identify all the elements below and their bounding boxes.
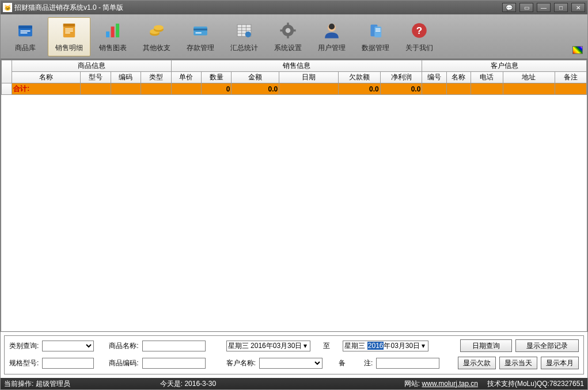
svg-text:?: ?: [416, 25, 422, 36]
toolbar-label: 用户管理: [318, 43, 346, 53]
date-query-button[interactable]: 日期查询: [460, 339, 512, 352]
show-today-button[interactable]: 显示当天: [499, 357, 537, 369]
total-profit: 0.0: [380, 83, 422, 95]
show-month-button[interactable]: 显示本月: [541, 357, 579, 369]
minimize-button[interactable]: —: [537, 3, 551, 12]
svg-rect-2: [21, 30, 31, 32]
category-label: 类别查询:: [9, 341, 39, 351]
svg-rect-28: [287, 22, 289, 25]
today-label: 今天是:: [160, 380, 183, 388]
col-qty[interactable]: 数量: [202, 72, 232, 83]
svg-rect-3: [21, 32, 28, 33]
toolbar-sales-chart[interactable]: 销售图表: [92, 17, 134, 56]
date-to-year: 2016: [367, 342, 384, 350]
toolbar-label: 数据管理: [362, 43, 389, 53]
chevron-down-icon[interactable]: ▾: [302, 342, 309, 350]
box-icon: [14, 20, 37, 41]
model-input[interactable]: [42, 358, 94, 369]
product-name-label: 商品名称:: [109, 341, 138, 351]
col-debt[interactable]: 欠款额: [339, 72, 381, 83]
col-date[interactable]: 日期: [279, 72, 339, 83]
toolbar-about-us[interactable]: ? 关于我们: [398, 17, 441, 56]
main-toolbar: 商品库 销售明细 销售图表 其他收支 存款管理 汇总统计 系统设置 用户管理: [1, 14, 587, 59]
col-addr[interactable]: 地址: [503, 72, 555, 83]
total-amount: 0.0: [232, 83, 279, 95]
row-header-corner: [2, 60, 12, 83]
category-select[interactable]: [42, 341, 94, 351]
total-debt: 0.0: [339, 83, 381, 95]
toolbar-label: 关于我们: [405, 43, 433, 53]
show-debt-button[interactable]: 显示欠款: [458, 357, 496, 369]
titlebar: 🐱 招财猫商品进销存系统v1.0 - 简单版 💬 ▭ — □ ✕: [1, 1, 587, 14]
customer-select[interactable]: [259, 358, 323, 369]
app-icon: 🐱: [3, 3, 12, 12]
toolbar-other-income[interactable]: 其他收支: [135, 17, 178, 56]
date-to-weekday: 星期三: [344, 341, 365, 351]
svg-rect-5: [63, 24, 75, 26]
operator-value: 超级管理员: [36, 380, 70, 388]
col-model[interactable]: 型号: [81, 72, 111, 83]
col-price[interactable]: 单价: [171, 72, 201, 83]
svg-point-33: [329, 24, 335, 29]
tray-icon[interactable]: ▭: [519, 3, 533, 12]
toolbar-summary-stats[interactable]: 汇总统计: [223, 17, 265, 56]
to-label: 至: [323, 341, 330, 351]
product-code-input[interactable]: [142, 358, 206, 369]
svg-rect-29: [287, 36, 289, 39]
toolbar-label: 汇总统计: [230, 43, 258, 53]
date-to-picker[interactable]: 星期三 2016 年03月30日 ▾: [343, 341, 428, 351]
app-window: 🐱 招财猫商品进销存系统v1.0 - 简单版 💬 ▭ — □ ✕ 商品库 销售明…: [0, 0, 588, 390]
toolbar-data-mgmt[interactable]: 数据管理: [354, 17, 397, 56]
col-cust-code[interactable]: 编号: [422, 72, 446, 83]
svg-rect-16: [194, 26, 207, 35]
col-cust-name[interactable]: 名称: [446, 72, 471, 83]
spreadsheet-icon: [233, 20, 256, 41]
query-panel: 类别查询: 商品名称: 星期三 2016 年03月30日 ▾ 至 星期三 201…: [4, 335, 584, 374]
data-grid[interactable]: 商品信息 销售信息 客户信息 名称 型号 编码 类型 单价 数量 金额 日期 欠…: [1, 60, 587, 95]
card-icon: [189, 20, 212, 41]
col-code[interactable]: 编码: [111, 72, 141, 83]
col-amount[interactable]: 金额: [232, 72, 279, 83]
coins-icon: [145, 20, 168, 41]
database-icon: [364, 20, 387, 41]
svg-rect-6: [65, 29, 73, 30]
svg-rect-10: [111, 26, 115, 37]
svg-rect-37: [375, 30, 381, 32]
date-from-suffix: 年03月30日: [266, 341, 302, 351]
svg-rect-1: [18, 26, 32, 29]
svg-rect-8: [65, 32, 70, 33]
feedback-icon[interactable]: 💬: [502, 3, 516, 12]
operator-label: 当前操作:: [4, 380, 33, 388]
remark-input[interactable]: [376, 358, 439, 369]
svg-rect-7: [65, 30, 73, 32]
col-remark[interactable]: 备注: [555, 72, 587, 83]
toolbar-system-settings[interactable]: 系统设置: [267, 17, 309, 56]
color-picker-button[interactable]: [572, 46, 583, 54]
product-name-input[interactable]: [142, 341, 206, 351]
site-link[interactable]: www.molurj.tap.cn: [422, 380, 478, 388]
site-label: 网站:: [404, 380, 420, 388]
toolbar-user-mgmt[interactable]: 用户管理: [310, 17, 353, 56]
maximize-button[interactable]: □: [554, 3, 568, 12]
toolbar-label: 销售明细: [55, 43, 83, 53]
svg-rect-17: [194, 29, 207, 30]
col-profit[interactable]: 净利润: [380, 72, 422, 83]
svg-point-27: [286, 28, 291, 33]
toolbar-label: 销售图表: [99, 43, 127, 53]
col-phone[interactable]: 电话: [471, 72, 503, 83]
support-text: 技术支持(MoLu)QQ:782327651: [487, 379, 584, 389]
toolbar-sales-detail[interactable]: 销售明细: [48, 17, 90, 56]
window-controls: 💬 ▭ — □ ✕: [502, 3, 585, 12]
show-all-button[interactable]: 显示全部记录: [515, 339, 579, 352]
toolbar-deposit-mgmt[interactable]: 存款管理: [179, 17, 222, 56]
user-icon: [320, 20, 343, 41]
date-from-year: 2016: [251, 342, 266, 350]
gear-icon: [276, 20, 299, 41]
toolbar-product-store[interactable]: 商品库: [4, 17, 47, 56]
col-type[interactable]: 类型: [141, 72, 171, 83]
chevron-down-icon[interactable]: ▾: [420, 342, 427, 350]
date-from-picker[interactable]: 星期三 2016 年03月30日 ▾: [226, 341, 311, 351]
svg-point-25: [245, 32, 251, 37]
col-name[interactable]: 名称: [12, 72, 81, 83]
close-button[interactable]: ✕: [571, 3, 585, 12]
